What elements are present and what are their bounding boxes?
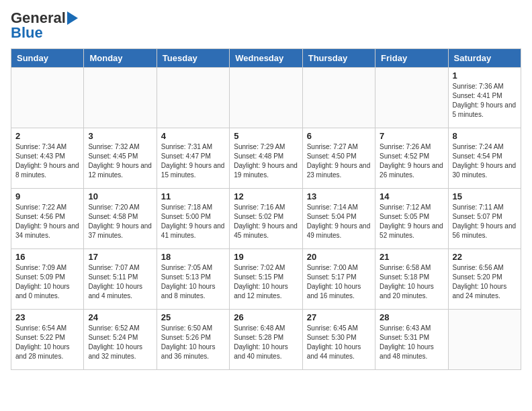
calendar-cell: 19Sunrise: 7:02 AM Sunset: 5:15 PM Dayli… bbox=[230, 249, 302, 310]
day-number: 8 bbox=[453, 131, 517, 141]
calendar-week-row: 16Sunrise: 7:09 AM Sunset: 5:09 PM Dayli… bbox=[11, 249, 521, 310]
day-number: 22 bbox=[453, 252, 517, 262]
calendar-cell bbox=[84, 68, 157, 128]
calendar-cell: 9Sunrise: 7:22 AM Sunset: 4:56 PM Daylig… bbox=[11, 189, 84, 249]
calendar-cell: 20Sunrise: 7:00 AM Sunset: 5:17 PM Dayli… bbox=[302, 249, 375, 310]
calendar-cell: 7Sunrise: 7:26 AM Sunset: 4:52 PM Daylig… bbox=[375, 128, 448, 189]
day-info: Sunrise: 7:27 AM Sunset: 4:50 PM Dayligh… bbox=[307, 142, 371, 180]
calendar-week-row: 2Sunrise: 7:34 AM Sunset: 4:43 PM Daylig… bbox=[11, 128, 521, 189]
day-number: 5 bbox=[234, 131, 298, 141]
day-number: 14 bbox=[380, 191, 443, 201]
calendar-cell: 26Sunrise: 6:48 AM Sunset: 5:28 PM Dayli… bbox=[230, 310, 302, 370]
weekday-header-saturday: Saturday bbox=[448, 49, 521, 68]
calendar-cell: 2Sunrise: 7:34 AM Sunset: 4:43 PM Daylig… bbox=[11, 128, 84, 189]
day-number: 25 bbox=[161, 312, 225, 322]
day-info: Sunrise: 6:54 AM Sunset: 5:22 PM Dayligh… bbox=[15, 324, 79, 361]
calendar-cell: 5Sunrise: 7:29 AM Sunset: 4:48 PM Daylig… bbox=[230, 128, 302, 189]
day-info: Sunrise: 7:02 AM Sunset: 5:15 PM Dayligh… bbox=[234, 263, 298, 301]
day-info: Sunrise: 6:56 AM Sunset: 5:20 PM Dayligh… bbox=[453, 263, 517, 301]
day-number: 26 bbox=[234, 312, 298, 322]
day-number: 3 bbox=[88, 131, 152, 141]
day-number: 9 bbox=[15, 191, 79, 201]
calendar-cell: 16Sunrise: 7:09 AM Sunset: 5:09 PM Dayli… bbox=[11, 249, 84, 310]
calendar-cell: 15Sunrise: 7:11 AM Sunset: 5:07 PM Dayli… bbox=[448, 189, 521, 249]
day-number: 18 bbox=[161, 252, 225, 262]
weekday-header-sunday: Sunday bbox=[11, 49, 84, 68]
weekday-header-wednesday: Wednesday bbox=[230, 49, 302, 68]
day-info: Sunrise: 6:43 AM Sunset: 5:31 PM Dayligh… bbox=[380, 324, 443, 361]
day-info: Sunrise: 6:50 AM Sunset: 5:26 PM Dayligh… bbox=[161, 324, 225, 361]
day-info: Sunrise: 7:11 AM Sunset: 5:07 PM Dayligh… bbox=[453, 203, 517, 240]
calendar-body: 1Sunrise: 7:36 AM Sunset: 4:41 PM Daylig… bbox=[11, 68, 521, 370]
calendar-cell: 11Sunrise: 7:18 AM Sunset: 5:00 PM Dayli… bbox=[157, 189, 229, 249]
day-info: Sunrise: 7:18 AM Sunset: 5:00 PM Dayligh… bbox=[161, 203, 225, 240]
calendar-cell bbox=[375, 68, 448, 128]
day-number: 13 bbox=[307, 191, 371, 201]
day-info: Sunrise: 7:09 AM Sunset: 5:09 PM Dayligh… bbox=[15, 263, 79, 301]
day-info: Sunrise: 7:32 AM Sunset: 4:45 PM Dayligh… bbox=[88, 142, 152, 180]
weekday-header-thursday: Thursday bbox=[302, 49, 375, 68]
day-number: 16 bbox=[15, 252, 79, 262]
day-number: 20 bbox=[307, 252, 371, 262]
day-number: 10 bbox=[88, 191, 152, 201]
calendar-cell bbox=[230, 68, 302, 128]
day-info: Sunrise: 7:12 AM Sunset: 5:05 PM Dayligh… bbox=[380, 203, 443, 240]
calendar-cell: 23Sunrise: 6:54 AM Sunset: 5:22 PM Dayli… bbox=[11, 310, 84, 370]
calendar-cell: 18Sunrise: 7:05 AM Sunset: 5:13 PM Dayli… bbox=[157, 249, 229, 310]
calendar-cell: 14Sunrise: 7:12 AM Sunset: 5:05 PM Dayli… bbox=[375, 189, 448, 249]
day-number: 7 bbox=[380, 131, 443, 141]
calendar-cell: 3Sunrise: 7:32 AM Sunset: 4:45 PM Daylig… bbox=[84, 128, 157, 189]
day-info: Sunrise: 7:24 AM Sunset: 4:54 PM Dayligh… bbox=[453, 142, 517, 180]
calendar-cell: 8Sunrise: 7:24 AM Sunset: 4:54 PM Daylig… bbox=[448, 128, 521, 189]
day-info: Sunrise: 7:00 AM Sunset: 5:17 PM Dayligh… bbox=[307, 263, 371, 301]
day-number: 19 bbox=[234, 252, 298, 262]
calendar-cell bbox=[302, 68, 375, 128]
calendar-cell bbox=[11, 68, 84, 128]
day-number: 23 bbox=[15, 312, 79, 322]
calendar-cell bbox=[157, 68, 229, 128]
day-info: Sunrise: 6:48 AM Sunset: 5:28 PM Dayligh… bbox=[234, 324, 298, 361]
day-number: 11 bbox=[161, 191, 225, 201]
day-info: Sunrise: 7:07 AM Sunset: 5:11 PM Dayligh… bbox=[88, 263, 152, 301]
day-number: 12 bbox=[234, 191, 298, 201]
day-info: Sunrise: 7:16 AM Sunset: 5:02 PM Dayligh… bbox=[234, 203, 298, 240]
calendar-cell bbox=[448, 310, 521, 370]
calendar-cell: 4Sunrise: 7:31 AM Sunset: 4:47 PM Daylig… bbox=[157, 128, 229, 189]
calendar-cell: 1Sunrise: 7:36 AM Sunset: 4:41 PM Daylig… bbox=[448, 68, 521, 128]
logo: General Blue bbox=[11, 11, 78, 40]
day-info: Sunrise: 7:29 AM Sunset: 4:48 PM Dayligh… bbox=[234, 142, 298, 180]
calendar-cell: 6Sunrise: 7:27 AM Sunset: 4:50 PM Daylig… bbox=[302, 128, 375, 189]
day-info: Sunrise: 7:05 AM Sunset: 5:13 PM Dayligh… bbox=[161, 263, 225, 301]
day-info: Sunrise: 6:45 AM Sunset: 5:30 PM Dayligh… bbox=[307, 324, 371, 361]
day-info: Sunrise: 6:52 AM Sunset: 5:24 PM Dayligh… bbox=[88, 324, 152, 361]
day-number: 4 bbox=[161, 131, 225, 141]
day-info: Sunrise: 7:14 AM Sunset: 5:04 PM Dayligh… bbox=[307, 203, 371, 240]
day-number: 6 bbox=[307, 131, 371, 141]
day-number: 17 bbox=[88, 252, 152, 262]
calendar-cell: 25Sunrise: 6:50 AM Sunset: 5:26 PM Dayli… bbox=[157, 310, 229, 370]
calendar-cell: 22Sunrise: 6:56 AM Sunset: 5:20 PM Dayli… bbox=[448, 249, 521, 310]
calendar-cell: 10Sunrise: 7:20 AM Sunset: 4:58 PM Dayli… bbox=[84, 189, 157, 249]
calendar-week-row: 9Sunrise: 7:22 AM Sunset: 4:56 PM Daylig… bbox=[11, 189, 521, 249]
day-number: 1 bbox=[453, 71, 517, 81]
day-number: 2 bbox=[15, 131, 79, 141]
calendar-cell: 28Sunrise: 6:43 AM Sunset: 5:31 PM Dayli… bbox=[375, 310, 448, 370]
calendar-cell: 21Sunrise: 6:58 AM Sunset: 5:18 PM Dayli… bbox=[375, 249, 448, 310]
logo-text: General bbox=[11, 11, 66, 26]
weekday-header-monday: Monday bbox=[84, 49, 157, 68]
calendar-cell: 27Sunrise: 6:45 AM Sunset: 5:30 PM Dayli… bbox=[302, 310, 375, 370]
calendar-table: SundayMondayTuesdayWednesdayThursdayFrid… bbox=[11, 48, 521, 370]
calendar-cell: 13Sunrise: 7:14 AM Sunset: 5:04 PM Dayli… bbox=[302, 189, 375, 249]
weekday-header-friday: Friday bbox=[375, 49, 448, 68]
day-info: Sunrise: 7:26 AM Sunset: 4:52 PM Dayligh… bbox=[380, 142, 443, 180]
calendar-week-row: 1Sunrise: 7:36 AM Sunset: 4:41 PM Daylig… bbox=[11, 68, 521, 128]
calendar-cell: 12Sunrise: 7:16 AM Sunset: 5:02 PM Dayli… bbox=[230, 189, 302, 249]
day-number: 21 bbox=[380, 252, 443, 262]
day-info: Sunrise: 7:22 AM Sunset: 4:56 PM Dayligh… bbox=[15, 203, 79, 240]
logo-arrow-icon bbox=[67, 11, 78, 25]
day-info: Sunrise: 7:31 AM Sunset: 4:47 PM Dayligh… bbox=[161, 142, 225, 180]
calendar-header-row: SundayMondayTuesdayWednesdayThursdayFrid… bbox=[11, 49, 521, 68]
weekday-header-tuesday: Tuesday bbox=[157, 49, 229, 68]
day-info: Sunrise: 7:34 AM Sunset: 4:43 PM Dayligh… bbox=[15, 142, 79, 180]
day-info: Sunrise: 7:20 AM Sunset: 4:58 PM Dayligh… bbox=[88, 203, 152, 240]
